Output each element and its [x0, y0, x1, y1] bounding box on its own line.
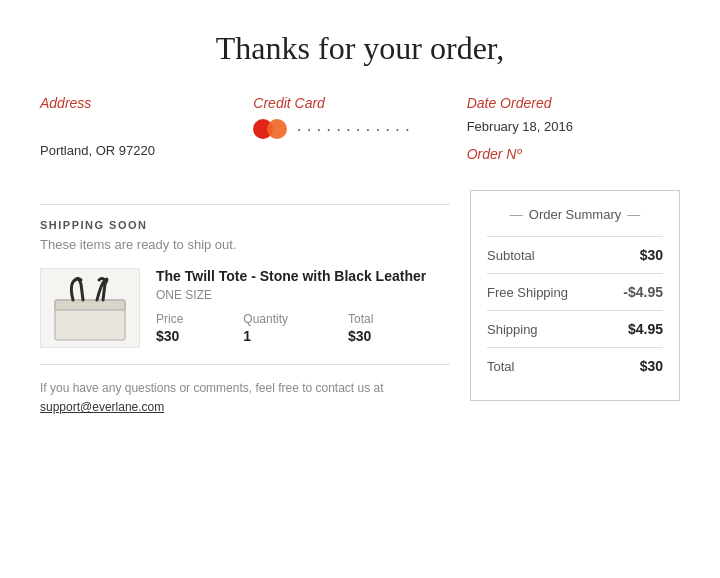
- credit-card-label: Credit Card: [253, 95, 466, 111]
- title-dash-right: —: [627, 207, 640, 222]
- left-content: SHIPPING SOON These items are ready to s…: [40, 190, 450, 417]
- quantity-col: Quantity 1: [243, 312, 288, 344]
- address-col: Address Portland, OR 97220: [40, 95, 253, 162]
- order-no-label: Order Nº: [467, 146, 680, 162]
- price-label: Price: [156, 312, 183, 326]
- shipping-line: Shipping $4.95: [487, 310, 663, 347]
- product-details: The Twill Tote - Stone with Black Leathe…: [156, 268, 450, 344]
- total-col: Total $30: [348, 312, 373, 344]
- shipping-label: SHIPPING SOON: [40, 219, 450, 231]
- order-summary-box: — Order Summary — Subtotal $30 Free Ship…: [470, 190, 680, 401]
- right-content: — Order Summary — Subtotal $30 Free Ship…: [470, 190, 680, 417]
- contact-email[interactable]: support@everlane.com: [40, 400, 164, 414]
- card-dots: ············: [295, 122, 413, 137]
- free-shipping-label: Free Shipping: [487, 285, 568, 300]
- subtotal-value: $30: [640, 247, 663, 263]
- date-ordered-value: February 18, 2016: [467, 119, 680, 134]
- credit-card-row: ············: [253, 119, 466, 139]
- contact-text: If you have any questions or comments, f…: [40, 379, 450, 417]
- top-divider: [40, 204, 450, 205]
- quantity-label: Quantity: [243, 312, 288, 326]
- mastercard-icon: [253, 119, 287, 139]
- quantity-value: 1: [243, 328, 288, 344]
- summary-total-label: Total: [487, 359, 514, 374]
- title-dash-left: —: [510, 207, 523, 222]
- summary-total-value: $30: [640, 358, 663, 374]
- shipping-value: $4.95: [628, 321, 663, 337]
- date-ordered-col: Date Ordered February 18, 2016 Order Nº: [467, 95, 680, 162]
- svg-rect-1: [55, 300, 125, 310]
- shipping-desc: These items are ready to ship out.: [40, 237, 450, 252]
- summary-title-text: Order Summary: [529, 207, 621, 222]
- date-ordered-label: Date Ordered: [467, 95, 680, 111]
- product-size: ONE SIZE: [156, 288, 450, 302]
- total-line: Total $30: [487, 347, 663, 384]
- subtotal-line: Subtotal $30: [487, 236, 663, 273]
- product-image: [40, 268, 140, 348]
- main-content: SHIPPING SOON These items are ready to s…: [40, 190, 680, 417]
- price-col: Price $30: [156, 312, 183, 344]
- total-label: Total: [348, 312, 373, 326]
- total-value: $30: [348, 328, 373, 344]
- price-value: $30: [156, 328, 183, 344]
- tote-bag-svg: [45, 272, 135, 344]
- bottom-divider: [40, 364, 450, 365]
- free-shipping-line: Free Shipping -$4.95: [487, 273, 663, 310]
- contact-text-before: If you have any questions or comments, f…: [40, 381, 384, 395]
- price-row: Price $30 Quantity 1 Total $30: [156, 312, 450, 344]
- order-header: Address Portland, OR 97220 Credit Card ·…: [40, 95, 680, 162]
- address-label: Address: [40, 95, 253, 111]
- page-title: Thanks for your order,: [40, 30, 680, 67]
- free-shipping-value: -$4.95: [623, 284, 663, 300]
- product-row: The Twill Tote - Stone with Black Leathe…: [40, 268, 450, 348]
- summary-title: — Order Summary —: [487, 207, 663, 222]
- subtotal-label: Subtotal: [487, 248, 535, 263]
- shipping-label: Shipping: [487, 322, 538, 337]
- address-value: Portland, OR 97220: [40, 141, 253, 161]
- product-name: The Twill Tote - Stone with Black Leathe…: [156, 268, 450, 284]
- credit-card-col: Credit Card ············: [253, 95, 466, 162]
